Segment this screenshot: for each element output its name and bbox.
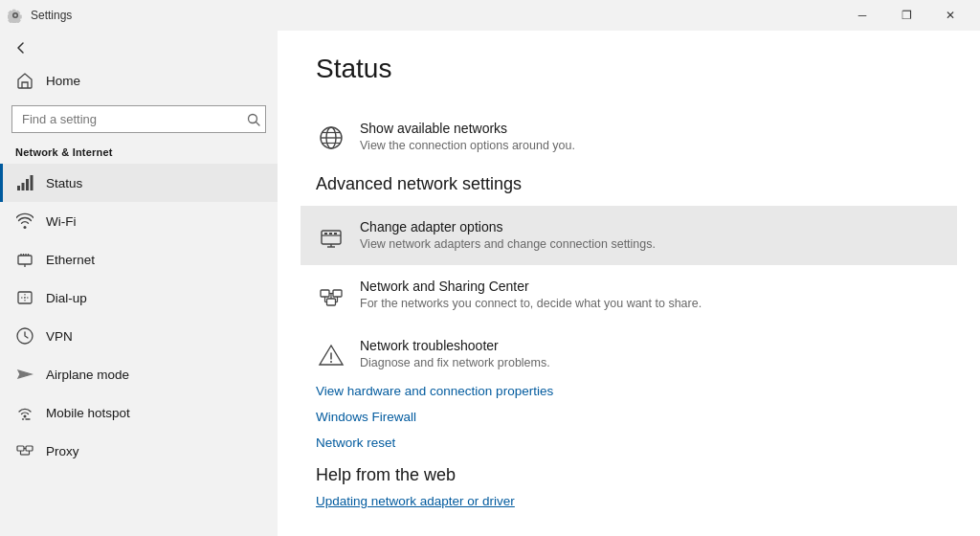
change-adapter-row[interactable]: Change adapter options View network adap… [301,206,957,265]
sidebar-item-status[interactable]: Status [0,164,278,202]
sharing-center-text: Network and Sharing Center For the netwo… [360,279,702,310]
search-button[interactable] [247,113,260,126]
sharing-center-title: Network and Sharing Center [360,279,702,294]
troubleshooter-title: Network troubleshooter [360,338,550,353]
svg-rect-5 [31,175,33,190]
show-networks-desc: View the connection options around you. [360,139,575,152]
show-networks-text: Show available networks View the connect… [360,121,575,152]
sharing-center-row[interactable]: Network and Sharing Center For the netwo… [316,265,942,324]
sidebar-item-home[interactable]: Home [0,61,278,100]
firewall-link[interactable]: Windows Firewall [316,410,942,424]
wifi-icon [15,212,34,231]
svg-rect-6 [18,256,32,264]
minimize-button[interactable]: ─ [840,0,884,31]
svg-point-44 [330,361,332,363]
svg-rect-4 [26,179,29,190]
sharing-center-icon [316,280,346,311]
svg-point-15 [24,415,27,418]
search-input[interactable] [11,105,266,133]
change-adapter-title: Change adapter options [360,219,656,234]
proxy-icon [15,441,34,460]
sidebar-item-wifi[interactable]: Wi-Fi [0,202,278,240]
dialup-icon [15,288,34,307]
sidebar-item-hotspot[interactable]: Mobile hotspot [0,393,278,432]
svg-rect-30 [329,233,332,234]
title-bar: Settings ─ ❐ ✕ [0,0,980,31]
change-adapter-text: Change adapter options View network adap… [360,219,656,251]
sidebar-item-proxy-label: Proxy [46,444,79,458]
sidebar-item-airplane[interactable]: Airplane mode [0,355,278,393]
sidebar-item-ethernet-label: Ethernet [46,253,95,267]
show-networks-row: Show available networks View the connect… [316,107,942,167]
sidebar-item-wifi-label: Wi-Fi [46,214,76,229]
svg-line-1 [256,122,260,125]
adapter-icon [316,221,346,252]
svg-rect-2 [17,186,20,190]
sidebar-item-proxy[interactable]: Proxy [0,432,278,470]
sidebar-item-ethernet[interactable]: Ethernet [0,240,278,279]
sidebar-item-dialup[interactable]: Dial-up [0,279,278,317]
sharing-center-desc: For the networks you connect to, decide … [360,297,702,310]
svg-rect-35 [333,290,342,297]
svg-rect-34 [321,290,329,297]
sidebar-item-home-label: Home [46,74,80,88]
help-title: Help from the web [316,465,942,485]
close-button[interactable]: ✕ [928,0,972,31]
vpn-icon [15,326,34,346]
airplane-icon [15,365,34,384]
app-container: Home Network & Internet [0,31,980,536]
svg-rect-16 [17,446,24,451]
sidebar-item-airplane-label: Airplane mode [46,368,129,382]
change-adapter-desc: View network adapters and change connect… [360,237,656,251]
home-icon [15,71,34,90]
svg-rect-17 [26,446,33,451]
sidebar-item-vpn[interactable]: VPN [0,317,278,355]
status-icon [15,173,34,192]
window-title: Settings [31,9,72,22]
troubleshooter-row[interactable]: Network troubleshooter Diagnose and fix … [316,324,942,384]
network-globe-icon [316,123,346,153]
sidebar: Home Network & Internet [0,31,278,536]
help-link[interactable]: Updating network adapter or driver [316,494,515,508]
hardware-properties-link[interactable]: View hardware and connection properties [316,384,942,398]
troubleshooter-text: Network troubleshooter Diagnose and fix … [360,338,550,369]
troubleshooter-icon [316,340,346,370]
section-label: Network & Internet [0,143,278,164]
show-networks-title: Show available networks [360,121,575,136]
search-box [11,105,266,133]
page-title: Status [316,54,942,84]
main-content: Status Show available networks View the … [278,31,980,536]
sidebar-item-status-label: Status [46,176,82,190]
svg-rect-31 [334,233,337,234]
restore-button[interactable]: ❐ [884,0,928,31]
sidebar-item-vpn-label: VPN [46,329,73,344]
network-reset-link[interactable]: Network reset [316,436,942,450]
sidebar-top [0,31,278,61]
settings-icon [8,8,23,23]
sidebar-item-hotspot-label: Mobile hotspot [46,406,130,420]
svg-rect-3 [22,183,25,190]
sidebar-item-dialup-label: Dial-up [46,291,87,305]
svg-rect-29 [324,233,327,234]
advanced-title: Advanced network settings [316,174,942,194]
svg-rect-36 [327,299,336,305]
back-button[interactable] [11,38,31,57]
ethernet-icon [15,250,34,269]
troubleshooter-desc: Diagnose and fix network problems. [360,356,550,369]
window-controls: ─ ❐ ✕ [840,0,972,31]
hotspot-icon [15,403,34,422]
